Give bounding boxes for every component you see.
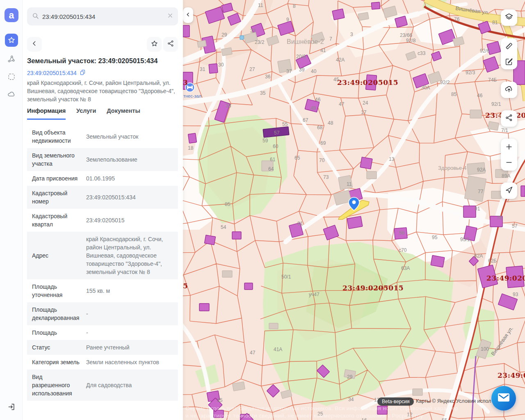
tab-1[interactable]: Услуги: [76, 107, 96, 120]
quarter-number-label: 23:49:0205015: [498, 371, 525, 379]
login-button[interactable]: [6, 402, 17, 413]
building: [431, 256, 445, 267]
upload-button[interactable]: [501, 82, 517, 98]
parcel-number-label: 29: [221, 32, 227, 38]
parcel-number-label: 30: [218, 62, 224, 68]
login-icon: [7, 403, 16, 413]
parcel-number-label: 13: [389, 156, 395, 162]
parcel-number-label: 35: [217, 397, 223, 403]
parcel-number-label: 92/3: [466, 70, 475, 75]
row-label: Кадастровый квартал: [27, 212, 81, 228]
cadastral-number-text[interactable]: 23:49:0205015:434: [27, 70, 77, 76]
parcel-number-label: уч47: [309, 292, 320, 297]
map-watermark-line1: Сервис использует сведения из открытых и…: [185, 405, 525, 411]
share-button[interactable]: [163, 37, 178, 52]
building-footprint: [222, 271, 232, 277]
row-value: Земли населенных пунктов: [81, 358, 178, 366]
building-footprint: [367, 171, 377, 179]
parcel-number-label: 47: [339, 101, 345, 107]
map-copyright-link[interactable]: Карты © Яндекс: [416, 398, 454, 404]
building-footprint: [197, 40, 206, 47]
parcel-number-label: 95: [432, 235, 438, 240]
quarter-number-label: 23:49:0205015: [486, 274, 525, 282]
parcel-number-label: 23/2: [255, 39, 265, 45]
app-logo[interactable]: a: [5, 8, 18, 22]
building-footprint: [269, 323, 278, 329]
building: [521, 186, 525, 196]
tab-0[interactable]: Информация: [27, 107, 66, 120]
building-footprint: [491, 191, 501, 199]
sidebar-item-cloud[interactable]: [5, 88, 18, 101]
parcel-number-label: 56: [399, 230, 405, 236]
table-row: Вид разрешенного использованияДля садово…: [27, 370, 178, 401]
parcel-number-label: 65: [294, 155, 300, 161]
parcel-number-label: 17: [361, 110, 367, 115]
parcel-number-label: 89А: [502, 173, 510, 179]
search-bar[interactable]: [27, 7, 178, 25]
layers-button[interactable]: [501, 9, 517, 26]
building: [183, 25, 189, 37]
table-row: Площадь уточненная155 кв. м: [27, 279, 178, 302]
cloud-icon: [7, 90, 16, 98]
panel-tabs: ИнформацияУслугиДокументы: [27, 107, 140, 120]
parcel-number-label: 23: [250, 28, 256, 34]
dumbbell-glyph: [192, 86, 193, 89]
locate-me-button[interactable]: [501, 183, 517, 199]
row-value: 23:49:0205015:434: [81, 193, 178, 201]
favorite-button[interactable]: [147, 37, 162, 52]
row-label: Дата присвоения: [27, 174, 81, 183]
back-button[interactable]: [27, 37, 42, 52]
parcel-number-label: 24: [363, 100, 368, 106]
parcel-number-label: с70: [399, 247, 407, 253]
parcel-number-label: 34: [348, 397, 354, 402]
parcel-number-label: 74Б: [488, 77, 497, 83]
info-table: Вид объекта недвижимостиЗемельный участо…: [27, 125, 178, 401]
cadastral-number-link[interactable]: 23:49:0205015:434: [27, 69, 86, 77]
parcel-number-label: 61: [270, 157, 276, 162]
building: [244, 283, 253, 290]
chevron-left-icon: [185, 11, 191, 19]
building-footprint: [358, 12, 369, 21]
copy-icon[interactable]: [80, 69, 86, 77]
row-value: Земельный участок: [81, 132, 178, 141]
row-value: 01.06.1995: [81, 174, 178, 183]
chat-button[interactable]: [491, 386, 516, 411]
close-icon[interactable]: [167, 13, 173, 20]
parcel-number-label: 77: [478, 189, 484, 194]
zoom-in-button[interactable]: [501, 139, 517, 155]
parcel-number-label: 54: [221, 224, 226, 230]
panel-collapse-button[interactable]: [183, 7, 193, 23]
parcel-number-label: 7/1: [501, 128, 508, 133]
ruler-button[interactable]: [501, 38, 517, 54]
edit-button[interactable]: [501, 54, 517, 69]
table-row: Категория земельЗемли населенных пунктов: [27, 355, 178, 370]
row-label: Вид земельного участка: [27, 151, 81, 168]
terms-of-use-link[interactable]: Условия испол: [456, 398, 491, 404]
row-value: Землепользование: [81, 155, 178, 164]
building: [371, 2, 380, 9]
table-row: Кадастровый квартал23:49:0205015: [27, 209, 178, 232]
row-label: Вид объекта недвижимости: [27, 128, 81, 145]
cadastral-map-svg[interactable]: тнес-зал3130292323/227363533185557596061…: [183, 0, 525, 420]
parcel-number-label: 81: [492, 20, 498, 25]
place-label: Вишнёвое-2: [287, 38, 324, 45]
map-share-button[interactable]: [501, 110, 517, 127]
parcel-number-label: 39: [299, 67, 305, 73]
row-label: Адрес: [27, 251, 81, 260]
parcel-number-label: 46: [477, 93, 483, 98]
map-canvas[interactable]: тнес-зал3130292323/227363533185557596061…: [183, 0, 525, 420]
sidebar-item-selection[interactable]: [5, 70, 18, 83]
sidebar-item-objects[interactable]: [5, 52, 18, 66]
zoom-out-button[interactable]: [501, 155, 517, 170]
quarter-number-label: 3: [183, 78, 188, 87]
row-value: -: [81, 310, 178, 318]
parcel-number-label: 46: [315, 97, 321, 103]
parcel-number-label: 62А: [474, 253, 483, 259]
search-input[interactable]: [42, 13, 164, 20]
parcel-number-label: 68: [317, 125, 323, 130]
poi-label[interactable]: тнес-зал: [183, 94, 201, 98]
sidebar-item-favorites[interactable]: [5, 34, 18, 47]
tab-2[interactable]: Документы: [107, 107, 140, 120]
parcel-number-label: 85: [451, 91, 457, 97]
parcel-number-label: 78: [497, 215, 502, 221]
